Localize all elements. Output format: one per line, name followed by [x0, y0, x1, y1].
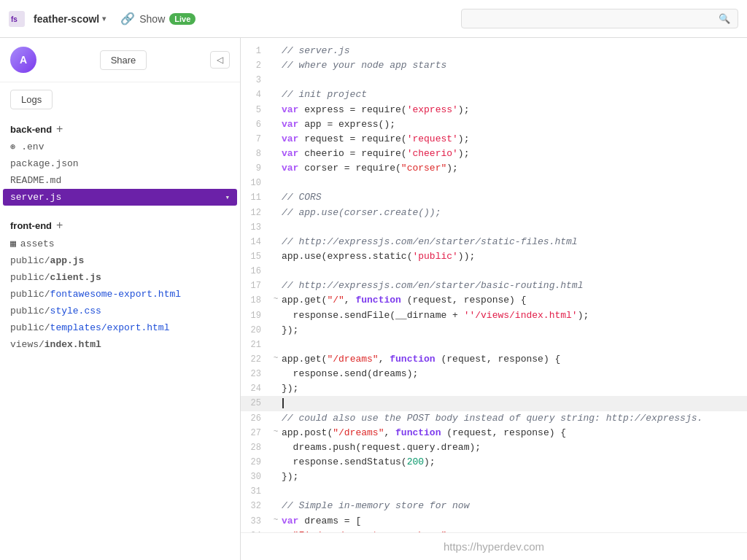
file-item-fontawesome[interactable]: public/fontawesome-export.html [0, 286, 240, 303]
code-line: 33 ~ var dreams = [ [241, 514, 747, 529]
code-line: 7 var request = require('request'); [241, 132, 747, 147]
show-icon: 🔗 [120, 12, 135, 26]
code-line: 34 "Find and count some sheep", [241, 529, 747, 532]
code-line: 13 [241, 220, 747, 235]
sidebar: A Share ◁ Logs back-end + ⊛ .env package… [0, 38, 241, 560]
backend-section-header: back-end + [0, 117, 240, 139]
code-line: 11 // CORS [241, 190, 747, 205]
code-line: 20 }); [241, 323, 747, 338]
code-line: 12 // app.use(corser.create()); [241, 206, 747, 220]
sidebar-top: A Share ◁ [0, 38, 240, 82]
code-line: 26 // could also use the POST body inste… [241, 411, 747, 426]
file-item-public-app-js[interactable]: public/app.js [0, 252, 240, 269]
code-line: 17 // http://expressjs.com/en/starter/ba… [241, 279, 747, 293]
code-line: 31 [241, 484, 747, 499]
frontend-section-header: front-end + [0, 213, 240, 235]
code-line: 19 response.sendFile(__dirname + ''/view… [241, 308, 747, 323]
code-line: 18 ~ app.get("/", function (request, res… [241, 293, 747, 308]
code-line: 5 var express = require('express'); [241, 103, 747, 117]
code-line: 6 var app = express(); [241, 117, 747, 132]
code-line: 25 [241, 396, 747, 411]
code-line: 15 app.use(express.static('public')); [241, 249, 747, 264]
file-item-env[interactable]: ⊛ .env [0, 139, 240, 155]
code-line: 2 // where your node app starts [241, 58, 747, 73]
search-icon: 🔍 [719, 13, 730, 24]
code-line: 14 // http://expressjs.com/en/starter/st… [241, 235, 747, 249]
project-name[interactable]: feather-scowl ▾ [34, 13, 106, 25]
code-line: 1 // server.js [241, 44, 747, 58]
file-item-style-css[interactable]: public/style.css [0, 303, 240, 319]
code-line: 16 [241, 264, 747, 279]
code-line: 4 // init project [241, 88, 747, 102]
code-line: 30 }); [241, 470, 747, 484]
code-line: 23 response.send(dreams); [241, 367, 747, 381]
code-editor-area: 1 // server.js 2 // where your node app … [241, 38, 747, 560]
share-button[interactable]: Share [100, 50, 147, 70]
live-badge: Live [169, 13, 196, 25]
chevron-down-icon: ▾ [102, 15, 106, 23]
chevron-icon: ▾ [225, 192, 230, 202]
code-line: 24 }); [241, 381, 747, 396]
env-icon: ⊛ [10, 141, 15, 152]
code-line: 28 dreams.push(request.query.dream); [241, 440, 747, 455]
main-layout: A Share ◁ Logs back-end + ⊛ .env package… [0, 38, 747, 560]
file-item-templates-export[interactable]: public/templates/export.html [0, 319, 240, 336]
logs-button[interactable]: Logs [10, 90, 53, 109]
code-line: 29 response.sendStatus(200); [241, 455, 747, 470]
code-line: 21 [241, 338, 747, 352]
code-line: 9 var corser = require("corser"); [241, 161, 747, 176]
avatar: A [10, 47, 36, 73]
file-item-assets[interactable]: ▦ assets [0, 235, 240, 252]
footer-url: https://hyperdev.com [241, 532, 747, 560]
svg-text:fs: fs [11, 15, 18, 23]
backend-add-button[interactable]: + [56, 122, 63, 136]
search-input[interactable] [469, 13, 719, 24]
file-item-package-json[interactable]: package.json [0, 155, 240, 172]
folder-icon: ▦ [10, 238, 16, 249]
topbar: fs feather-scowl ▾ 🔗 Show Live 🔍 [0, 0, 747, 38]
code-line: 32 // Simple in-memory store for now [241, 499, 747, 513]
code-line: 22 ~ app.get("/dreams", function (reques… [241, 352, 747, 367]
file-item-server-js[interactable]: server.js ▾ [3, 189, 237, 206]
code-line: 10 [241, 176, 747, 190]
code-line: 8 var cheerio = require('cheerio'); [241, 147, 747, 161]
code-line: 3 [241, 73, 747, 88]
sidebar-collapse-button[interactable]: ◁ [210, 51, 230, 69]
code-line: 27 ~ app.post("/dreams", function (reque… [241, 426, 747, 440]
show-live-button[interactable]: 🔗 Show Live [120, 12, 196, 26]
code-editor[interactable]: 1 // server.js 2 // where your node app … [241, 38, 747, 532]
file-item-views-index[interactable]: views/index.html [0, 336, 240, 353]
project-logo: fs [9, 11, 25, 27]
file-item-readme[interactable]: README.md [0, 172, 240, 189]
frontend-add-button[interactable]: + [56, 219, 63, 232]
file-item-public-client-js[interactable]: public/client.js [0, 269, 240, 286]
search-bar[interactable]: 🔍 [461, 9, 738, 28]
